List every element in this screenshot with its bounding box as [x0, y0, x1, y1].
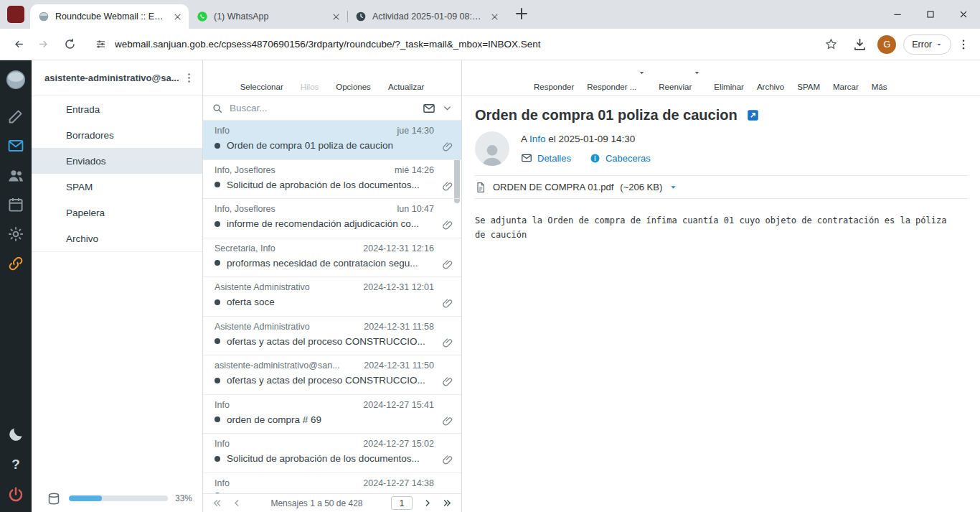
downloads-icon[interactable]: [852, 37, 867, 52]
message-row[interactable]: Info jue 14:30 Orden de compra 01 poliza…: [203, 121, 461, 160]
message-row[interactable]: Info 2024-12-27 14:38: [203, 473, 461, 494]
details-link[interactable]: Detalles: [521, 152, 571, 164]
tab-whatsapp[interactable]: (1) WhatsApp: [189, 4, 347, 29]
browser-tab-bar: Roundcube Webmail :: Enviado (1) WhatsAp…: [0, 0, 980, 29]
error-button[interactable]: Error: [903, 34, 951, 55]
dropdown-caret-icon[interactable]: [638, 69, 646, 77]
logout-button[interactable]: [7, 486, 24, 503]
refresh-button[interactable]: Actualizar: [388, 65, 425, 91]
message-row[interactable]: Info, Joseflores lun 10:47 informe de re…: [203, 199, 461, 238]
link-button[interactable]: [7, 255, 24, 272]
mark-button[interactable]: Marcar: [833, 65, 859, 91]
message-meta: Asistente Administrativo 2024-12-31 12:0…: [215, 282, 434, 292]
message-subject-line: orden de compra # 69: [215, 414, 451, 425]
maximize-button[interactable]: [914, 0, 947, 29]
tab-activity[interactable]: Actividad 2025-01-09 08:00:00: [347, 4, 506, 29]
attachment-paperclip-icon: [442, 141, 453, 153]
select-button[interactable]: Seleccionar: [240, 65, 283, 91]
settings-button[interactable]: [7, 225, 24, 243]
recipient-link[interactable]: Info: [529, 134, 546, 144]
message-row[interactable]: Info 2024-12-27 15:41 orden de compra # …: [203, 395, 461, 434]
headers-link[interactable]: Cabeceras: [590, 153, 651, 164]
message-meta: Secretaria, Info 2024-12-31 12:16: [215, 243, 434, 253]
darkmode-button[interactable]: [7, 426, 24, 443]
page-number-input[interactable]: [391, 496, 413, 510]
browser-menu-icon[interactable]: [957, 38, 970, 51]
message-row[interactable]: Asistente Administrativo 2024-12-31 12:0…: [203, 277, 461, 317]
folder-item-borradores[interactable]: Borradores: [32, 122, 202, 148]
attachment-paperclip-icon: [442, 181, 453, 192]
more-button[interactable]: Más: [872, 65, 887, 91]
forward-button[interactable]: Reenviar: [659, 65, 692, 91]
mail-button[interactable]: [7, 137, 24, 154]
tab-roundcube[interactable]: Roundcube Webmail :: Enviado: [30, 4, 189, 29]
search-bar: [203, 96, 461, 121]
archive-button[interactable]: Archivo: [757, 65, 784, 91]
message-row[interactable]: Secretaria, Info 2024-12-31 12:16 profor…: [203, 238, 461, 278]
folder-item-archivo[interactable]: Archivo: [32, 225, 202, 251]
folder-item-enviados[interactable]: Enviados: [32, 148, 202, 174]
calendar-button[interactable]: [7, 196, 24, 213]
next-page-button[interactable]: [422, 498, 433, 508]
moon-icon: [7, 426, 24, 443]
last-page-button[interactable]: [442, 498, 453, 508]
reply-all-button[interactable]: Responder ...: [587, 65, 636, 91]
first-page-button[interactable]: [212, 498, 222, 508]
power-icon: [7, 486, 24, 503]
tab-close-icon[interactable]: [172, 11, 183, 22]
toolbar-button-label: Marcar: [833, 83, 859, 91]
threads-button[interactable]: Hilos: [301, 65, 319, 91]
message-meta: Asistente Administrativo 2024-12-31 11:5…: [215, 322, 434, 332]
whatsapp-icon: [197, 11, 208, 22]
compose-icon: [7, 108, 24, 125]
message-row[interactable]: Info, Joseflores mié 14:26 Solicitud de …: [203, 160, 461, 200]
folder-list: Entrada Borradores Enviados SPAM Papeler…: [32, 96, 202, 252]
message-date: 2024-12-31 12:16: [363, 243, 434, 253]
prev-page-button[interactable]: [232, 498, 242, 508]
folder-item-spam[interactable]: SPAM: [32, 174, 202, 200]
attachment-paperclip-icon: [442, 416, 453, 427]
gear-icon: [7, 225, 24, 243]
message-subject: proformas necesidad de contratacion segu…: [227, 258, 433, 269]
search-expand-chevron-icon[interactable]: [442, 103, 453, 113]
message-row[interactable]: Info 2024-12-27 15:02 Solicitud de aprob…: [203, 434, 461, 473]
open-in-new-window-icon[interactable]: [746, 108, 760, 122]
message-row[interactable]: asistente-administrativo@san... 2024-12-…: [203, 355, 461, 395]
close-button[interactable]: [947, 0, 980, 29]
bookmark-star-icon[interactable]: [824, 37, 838, 51]
toolbar-button-label: Más: [872, 83, 887, 91]
delete-button[interactable]: Eliminar: [714, 65, 744, 91]
tab-close-icon[interactable]: [489, 11, 500, 22]
message-date: jue 14:30: [397, 126, 434, 136]
search-scope-mail-icon[interactable]: [423, 102, 435, 115]
spam-button[interactable]: SPAM: [797, 65, 820, 91]
reply-button[interactable]: Responder: [534, 65, 574, 91]
profile-avatar[interactable]: G: [877, 35, 896, 54]
search-input[interactable]: [230, 103, 416, 113]
account-menu-icon[interactable]: [183, 72, 195, 84]
attachment-caret-icon[interactable]: [669, 182, 678, 192]
folder-item-papelera[interactable]: Papelera: [32, 200, 202, 225]
dropdown-caret-icon[interactable]: [693, 69, 701, 77]
compose-button[interactable]: [7, 108, 24, 125]
site-settings-icon[interactable]: [95, 38, 107, 50]
envelope-icon: [521, 152, 532, 164]
message-from: Secretaria, Info: [215, 243, 275, 253]
browser-app-icon[interactable]: [7, 6, 24, 23]
message-from: asistente-administrativo@san...: [215, 360, 340, 371]
unread-dot: [215, 221, 220, 227]
reload-button[interactable]: [57, 32, 82, 57]
minimize-button[interactable]: [881, 0, 914, 29]
options-button[interactable]: Opciones: [336, 65, 371, 91]
attachment-paperclip-icon: [442, 376, 453, 388]
help-button[interactable]: ?: [7, 456, 24, 473]
forward-button[interactable]: [32, 32, 56, 57]
new-tab-button[interactable]: [513, 5, 530, 22]
folder-item-entrada[interactable]: Entrada: [32, 96, 202, 122]
attachment-bar[interactable]: ORDEN DE COMPRA 01.pdf (~206 KB): [475, 175, 967, 199]
back-button[interactable]: [6, 32, 30, 57]
contacts-button[interactable]: [7, 167, 24, 184]
message-row[interactable]: Asistente Administrativo 2024-12-31 11:5…: [203, 317, 461, 356]
omnibox[interactable]: webmail.sanjuan.gob.ec/cpsess4870690156/…: [83, 32, 845, 57]
tab-close-icon[interactable]: [331, 11, 341, 22]
